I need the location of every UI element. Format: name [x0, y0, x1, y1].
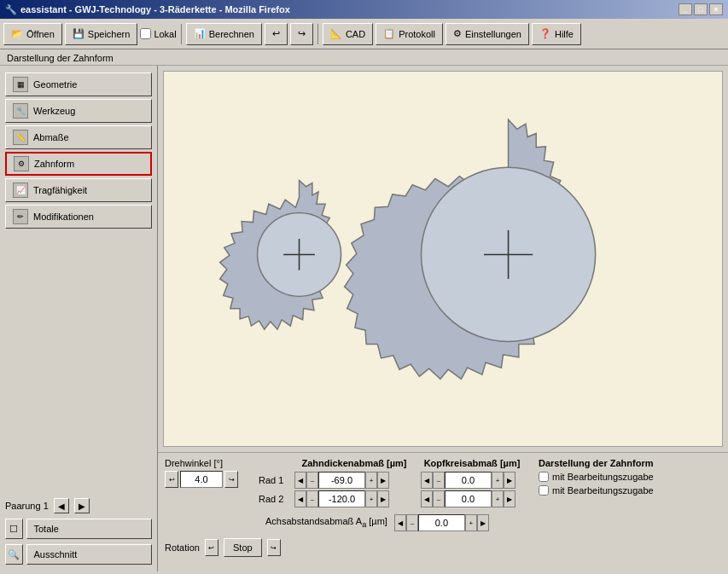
stop-label: Stop: [233, 542, 253, 553]
kopfkreis-header: Kopfkreisabmaß [µm]: [421, 458, 523, 468]
kopfkreis-rad2-prev[interactable]: ◀: [421, 490, 433, 507]
totale-label: Totale: [34, 524, 59, 534]
open-icon: 📂: [11, 28, 23, 39]
ausschnitt-row: 🔍 Ausschnitt: [5, 544, 152, 565]
kopfkreis-rad1-minus[interactable]: –: [433, 472, 445, 489]
checkbox1[interactable]: [539, 472, 549, 482]
zahndicke-rad1-input[interactable]: [318, 472, 365, 489]
kopfkreis-rad1-input[interactable]: [445, 472, 492, 489]
settings-button[interactable]: ⚙ Einstellungen: [446, 23, 529, 45]
kopfkreis-rad2-minus[interactable]: –: [433, 490, 445, 507]
zahndicke-rad2-prev[interactable]: ◀: [294, 490, 306, 507]
tragfahigkeit-icon: 📈: [13, 183, 28, 198]
zahndicke-rad1-plus[interactable]: +: [365, 472, 377, 489]
small-gear: [220, 181, 341, 330]
drehwinkel-group: Drehwinkel [°] ↩ ↪: [165, 458, 238, 488]
zahndicke-rad2-minus[interactable]: –: [306, 490, 318, 507]
zahndicke-rad2-stepper: ◀ – + ▶: [294, 490, 389, 507]
stop-button[interactable]: Stop: [224, 538, 262, 557]
sidebar-item-zahnform[interactable]: ⚙ Zahnform: [5, 152, 152, 176]
zahnform-label: Zahnform: [34, 159, 74, 169]
toolbar: 📂 Öffnen 💾 Speichern Lokal 📊 Berechnen ↩…: [0, 19, 728, 49]
drehwinkel-label: Drehwinkel [°]: [165, 458, 238, 468]
save-label: Speichern: [88, 29, 131, 39]
sidebar-item-modifikationen[interactable]: ✏ Modifikationen: [5, 205, 152, 229]
sidebar-item-geometrie[interactable]: ▦ Geometrie: [5, 72, 152, 96]
checkbox2[interactable]: [539, 485, 549, 496]
totale-icon-button[interactable]: ☐: [5, 519, 23, 539]
zahndicke-rad2-input[interactable]: [318, 490, 365, 507]
paarung-next-button[interactable]: ▶: [74, 498, 90, 513]
kopfkreis-rad1-stepper: ◀ – + ▶: [421, 472, 515, 489]
maximize-button[interactable]: □: [694, 3, 708, 15]
save-button[interactable]: 💾 Speichern: [65, 23, 138, 45]
tragfahigkeit-label: Tragfähigkeit: [33, 185, 87, 195]
achsabstand-input[interactable]: [418, 514, 465, 531]
drehwinkel-redo-button[interactable]: ↪: [224, 471, 238, 488]
kopfkreis-rad2-next[interactable]: ▶: [504, 490, 515, 507]
protocol-button[interactable]: 📋 Protokoll: [376, 23, 443, 45]
kopfkreis-rad1-plus[interactable]: +: [492, 472, 504, 489]
calculate-button[interactable]: 📊 Berechnen: [186, 23, 262, 45]
drehwinkel-input[interactable]: [180, 471, 223, 488]
zahndicke-rad1-minus[interactable]: –: [306, 472, 318, 489]
werkzeug-label: Werkzeug: [33, 106, 75, 116]
kopfkreis-rad2-input[interactable]: [445, 490, 492, 507]
ausschnitt-button[interactable]: Ausschnitt: [26, 544, 153, 565]
totale-button[interactable]: Totale: [26, 519, 153, 539]
kopfkreis-rad2-plus[interactable]: +: [492, 490, 504, 507]
main-content: ▦ Geometrie 🔧 Werkzeug 📏 Abmaße ⚙ Zahnfo…: [0, 66, 728, 571]
kopfkreis-rad1-row: ◀ – + ▶: [421, 472, 523, 489]
close-button[interactable]: ×: [709, 3, 723, 15]
ausschnitt-label: Ausschnitt: [34, 549, 78, 560]
help-button[interactable]: ❓ Hilfe: [532, 23, 581, 45]
rad2-label: Rad 2: [259, 494, 291, 504]
redo-button[interactable]: ↪: [290, 23, 313, 45]
minimize-button[interactable]: _: [678, 3, 692, 15]
achsabstand-plus[interactable]: +: [465, 514, 477, 531]
paarung-prev-button[interactable]: ◀: [54, 498, 69, 513]
ausschnitt-icon-button[interactable]: 🔍: [5, 544, 23, 565]
cad-button[interactable]: 📐 CAD: [323, 23, 373, 45]
sidebar-item-abmasse[interactable]: 📏 Abmaße: [5, 125, 152, 149]
help-label: Hilfe: [555, 29, 574, 39]
rotation-redo-button[interactable]: ↪: [267, 539, 281, 556]
rotation-undo-button[interactable]: ↩: [205, 539, 218, 556]
sidebar-item-werkzeug[interactable]: 🔧 Werkzeug: [5, 99, 152, 123]
local-label: Lokal: [154, 29, 176, 39]
kopfkreis-rad1-prev[interactable]: ◀: [421, 472, 433, 489]
title-bar-controls: _ □ ×: [678, 3, 723, 15]
undo-button[interactable]: ↩: [265, 23, 288, 45]
kopfkreis-section: Kopfkreisabmaß [µm] ◀ – + ▶ ◀: [421, 458, 523, 507]
calculate-icon: 📊: [194, 28, 206, 39]
open-button[interactable]: 📂 Öffnen: [3, 23, 62, 45]
zahndicke-rad2-next[interactable]: ▶: [377, 490, 389, 507]
cad-label: CAD: [346, 29, 365, 39]
achsabstand-prev[interactable]: ◀: [394, 514, 406, 531]
achsabstand-label: Achsabstandsabmaß Aa [µm]: [265, 516, 387, 529]
achsabstand-next[interactable]: ▶: [477, 514, 489, 531]
achsabstand-minus[interactable]: –: [406, 514, 418, 531]
settings-icon: ⚙: [453, 28, 462, 39]
modifikationen-label: Modifikationen: [33, 212, 94, 222]
title-bar: 🔧 eassistant - GWJ-Technology - 3-Räderk…: [0, 0, 728, 19]
zahndicke-rad1-prev[interactable]: ◀: [294, 472, 306, 489]
separator-1: [181, 24, 182, 44]
abmasse-icon: 📏: [13, 130, 28, 145]
werkzeug-icon: 🔧: [13, 103, 28, 119]
gear-canvas: [163, 71, 723, 447]
zahndicke-rad2-plus[interactable]: +: [365, 490, 377, 507]
rotation-label: Rotation: [165, 542, 200, 553]
zahndicke-header: Zahndickenabmaß [µm]: [294, 458, 414, 468]
zahndicke-header-row: Zahndickenabmaß [µm]: [259, 458, 414, 468]
kopfkreis-rad1-next[interactable]: ▶: [504, 472, 515, 489]
help-icon: ❓: [539, 28, 551, 39]
local-checkbox[interactable]: [140, 28, 151, 39]
geometrie-icon: ▦: [13, 77, 28, 92]
modifikationen-icon: ✏: [13, 209, 28, 224]
sidebar-item-tragfahigkeit[interactable]: 📈 Tragfähigkeit: [5, 178, 152, 202]
darstellung-title: Darstellung der Zahnform: [539, 458, 654, 468]
zahndicke-rad1-next[interactable]: ▶: [377, 472, 389, 489]
bottom-panel: Drehwinkel [°] ↩ ↪ Zahndickenabmaß [µm] …: [158, 452, 728, 571]
drehwinkel-undo-button[interactable]: ↩: [165, 471, 178, 488]
